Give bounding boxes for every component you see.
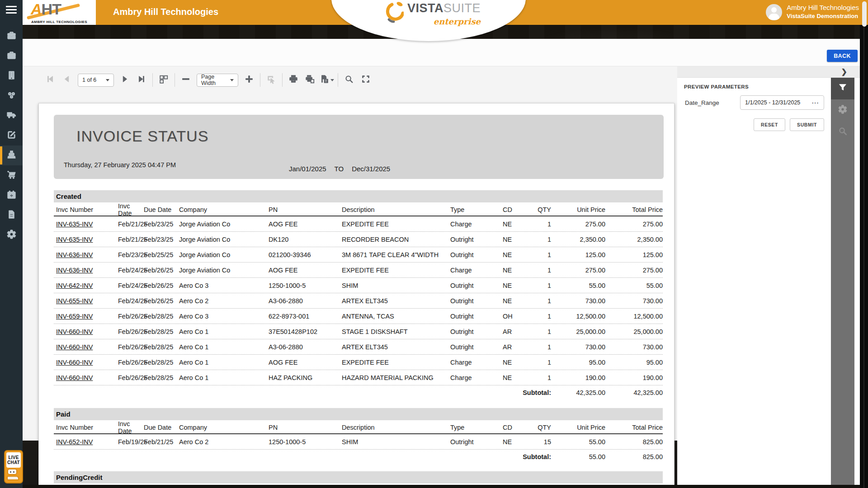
table-cell: AR — [500, 343, 528, 351]
table-cell: 1 — [528, 343, 552, 351]
table-cell: NE — [500, 359, 528, 366]
print-button[interactable] — [288, 74, 299, 86]
user-menu[interactable]: Ambry Hill Technologies VistaSuite Demon… — [766, 3, 859, 20]
table-cell: Aero Co 1 — [177, 374, 266, 381]
invoice-link[interactable]: INV-660-INV — [56, 359, 93, 366]
sidebar-item-document[interactable] — [0, 205, 23, 225]
zoom-level-select[interactable]: Page Width — [197, 74, 238, 87]
live-chat-widget[interactable]: LIVE CHAT — [4, 450, 23, 483]
fullscreen-button[interactable] — [360, 74, 372, 86]
table-cell: Aero Co 2 — [177, 438, 266, 446]
table-cell: Aero Co 1 — [177, 359, 266, 366]
page-scrollbar-track[interactable] — [860, 25, 868, 488]
next-page-button[interactable] — [119, 74, 131, 86]
multipage-view-button[interactable] — [158, 74, 170, 86]
invoice-link[interactable]: INV-642-INV — [56, 282, 93, 289]
caret-down-icon — [106, 79, 109, 81]
column-header: Description — [340, 206, 448, 213]
background-bottom-strip — [23, 485, 868, 488]
reset-button[interactable]: RESET — [754, 118, 785, 131]
table-cell: Feb/23/25 — [142, 221, 177, 228]
invoice-link[interactable]: INV-635-INV — [56, 221, 93, 228]
zoom-out-button[interactable] — [180, 74, 192, 86]
table-cell: AOG FEE — [266, 359, 340, 366]
rail-search-button[interactable] — [831, 121, 854, 143]
collapse-panel-chevron-icon[interactable]: ❯ — [841, 67, 847, 76]
sidebar-item-edit[interactable] — [0, 126, 23, 145]
column-header: Invc Number — [54, 206, 116, 213]
sidebar-item-calendar-add[interactable] — [0, 185, 23, 205]
page-scrollbar-thumb[interactable] — [862, 1, 867, 27]
export-icon — [320, 74, 330, 86]
table-cell: 730.00 — [552, 343, 606, 351]
date-range-picker-icon[interactable]: ··· — [812, 99, 819, 106]
invoice-link[interactable]: INV-635-INV — [56, 236, 93, 243]
date-range-input[interactable]: 1/1/2025 - 12/31/2025 ··· — [740, 95, 824, 110]
column-header: Unit Price — [552, 424, 606, 431]
invoice-link[interactable]: INV-660-INV — [56, 374, 93, 381]
page-number-select[interactable]: 1 of 6 — [78, 74, 114, 87]
table-cell: Feb/21/25 — [116, 236, 142, 243]
table-cell: 1 — [528, 359, 552, 366]
column-header: Invc Date — [116, 202, 142, 217]
sidebar-item-settings[interactable] — [0, 225, 23, 245]
aht-logo[interactable]: AHT AMBRY HILL TECHNOLOGIES — [23, 0, 96, 25]
invoice-link[interactable]: INV-660-INV — [56, 343, 93, 351]
table-cell: NE — [500, 374, 528, 381]
menu-icon[interactable] — [6, 6, 17, 15]
invoice-link[interactable]: INV-636-INV — [56, 267, 93, 274]
table-cell: NE — [500, 251, 528, 258]
rail-filter-button[interactable] — [831, 78, 854, 99]
sidebar-item-toolbox[interactable] — [0, 26, 23, 46]
table-cell: 190.00 — [552, 374, 606, 381]
invoice-link[interactable]: INV-659-INV — [56, 313, 93, 320]
search-document-button[interactable] — [343, 74, 355, 86]
subtotal-unit-price: 42,325.00 — [552, 389, 606, 396]
sidebar-item-parts[interactable] — [0, 86, 23, 106]
brand-vista: VISTA — [407, 1, 443, 15]
next-page-icon — [120, 74, 130, 86]
table-cell: 275.00 — [606, 267, 664, 274]
toolbar-separator — [260, 73, 260, 87]
invoice-link[interactable]: INV-636-INV — [56, 251, 93, 258]
subtotal-total-price: 825.00 — [606, 453, 664, 460]
back-button[interactable]: BACK — [827, 50, 858, 62]
table-cell: 275.00 — [552, 267, 606, 274]
report-page: INVOICE STATUS Thursday, 27 February 202… — [38, 103, 675, 488]
first-page-button[interactable] — [44, 74, 56, 86]
table-cell: 275.00 — [552, 221, 606, 228]
subtotal-unit-price: 55.00 — [552, 453, 606, 460]
print-page-button[interactable] — [304, 74, 316, 86]
sidebar-item-building[interactable] — [0, 66, 23, 86]
search-icon — [838, 126, 848, 138]
toolbar-separator — [282, 73, 283, 87]
invoice-link[interactable]: INV-660-INV — [56, 328, 93, 335]
content-header-strip: BACK — [23, 39, 860, 66]
invoice-link[interactable]: INV-655-INV — [56, 297, 93, 305]
sidebar-item-truck[interactable] — [0, 106, 23, 126]
table-cell: Aero Co 2 — [177, 297, 266, 305]
table-cell: Outright — [448, 313, 500, 320]
invoice-link[interactable]: INV-652-INV — [56, 438, 93, 446]
table-cell: Feb/19/25 — [116, 438, 142, 446]
table-cell: Feb/26/25 — [116, 359, 142, 366]
last-page-button[interactable] — [136, 74, 147, 86]
table-header-row: Invc NumberInvc DateDue DateCompanyPNDes… — [54, 202, 663, 216]
table-cell: 825.00 — [606, 438, 664, 446]
sidebar-item-register[interactable] — [0, 145, 23, 165]
sidebar-item-cart[interactable] — [0, 165, 23, 185]
table-cell: 1 — [528, 328, 552, 335]
subtotal-label: Subtotal: — [54, 389, 552, 396]
table-cell: Feb/25/25 — [142, 251, 177, 258]
export-button[interactable] — [321, 74, 333, 86]
submit-button[interactable]: SUBMIT — [790, 118, 824, 131]
sidebar-item-briefcase[interactable] — [0, 46, 23, 66]
table-cell: 1 — [528, 236, 552, 243]
table-cell: 25,000.00 — [606, 328, 664, 335]
zoom-in-button[interactable] — [243, 74, 255, 86]
table-cell: Jorge Aviation Co — [177, 251, 266, 258]
rail-gear-button[interactable] — [831, 99, 854, 121]
text-select-button[interactable] — [265, 74, 277, 86]
prev-page-button[interactable] — [61, 74, 73, 86]
table-cell: A3-06-2880 — [266, 343, 340, 351]
